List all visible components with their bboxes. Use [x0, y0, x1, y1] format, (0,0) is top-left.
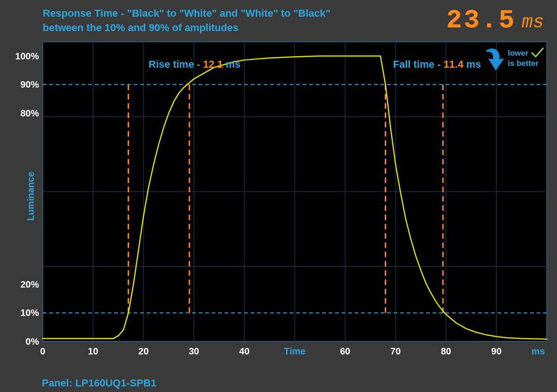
svg-text:10%: 10%: [20, 308, 39, 318]
chart-title: Response Time - "Black" to "White" and "…: [43, 6, 330, 35]
svg-text:Rise time - 12.1  ms: Rise time - 12.1 ms: [149, 58, 240, 70]
svg-text:70: 70: [390, 346, 401, 356]
chart-svg: 0%10%20%80%90%100%01020304060708090Timem…: [14, 38, 551, 363]
svg-text:0: 0: [40, 346, 45, 356]
svg-text:60: 60: [340, 346, 350, 356]
title-line-2: between the 10% and 90% of amplitudes: [43, 21, 330, 35]
svg-text:ms: ms: [531, 346, 545, 356]
svg-text:40: 40: [239, 346, 249, 356]
svg-text:80: 80: [441, 346, 451, 356]
total-readout: 23.5 ms: [447, 6, 544, 35]
svg-text:Fall time - 11.4  ms: Fall time - 11.4 ms: [393, 58, 481, 70]
chart-area: 0%10%20%80%90%100%01020304060708090Timem…: [14, 38, 551, 387]
svg-text:100%: 100%: [15, 51, 39, 61]
total-unit: ms: [522, 12, 544, 33]
title-line-1: Response Time - "Black" to "White" and "…: [43, 6, 330, 21]
svg-text:Time: Time: [284, 346, 305, 356]
panel-model: LP160UQ1-SPB1: [75, 377, 156, 389]
svg-text:20%: 20%: [20, 279, 39, 289]
panel-label: Panel: LP160UQ1-SPB1: [42, 377, 156, 389]
app-frame: Response Time - "Black" to "White" and "…: [0, 0, 557, 392]
svg-text:is better: is better: [508, 59, 539, 68]
svg-text:20: 20: [138, 346, 149, 356]
svg-text:80%: 80%: [20, 108, 39, 118]
total-value: 23.5: [447, 6, 516, 35]
svg-text:10: 10: [88, 346, 98, 356]
svg-text:0%: 0%: [26, 336, 39, 347]
svg-text:90%: 90%: [20, 79, 39, 90]
svg-text:lower: lower: [508, 49, 529, 58]
svg-text:30: 30: [189, 346, 199, 356]
svg-text:90: 90: [491, 346, 501, 356]
panel-prefix: Panel:: [42, 377, 75, 389]
